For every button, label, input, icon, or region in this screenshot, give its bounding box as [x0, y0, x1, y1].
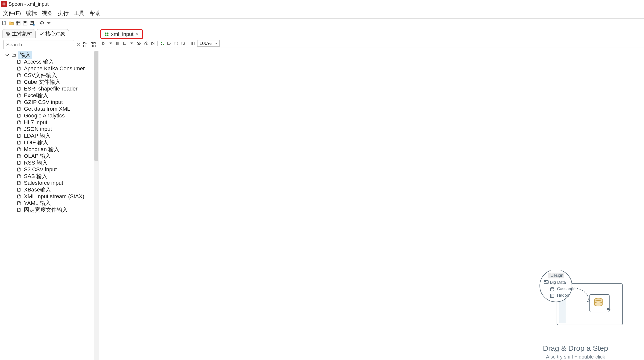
run-dropdown-icon[interactable] [108, 41, 114, 46]
show-results-icon[interactable] [190, 41, 196, 46]
svg-rect-42 [116, 42, 117, 45]
step-icon [17, 134, 22, 138]
tree-item[interactable]: Get data from XML [17, 105, 99, 112]
tree-item-label: SAS 输入 [24, 172, 47, 180]
scrollbar-thumb[interactable] [94, 51, 98, 161]
step-icon [17, 201, 22, 206]
zoom-value: 100% [200, 41, 212, 46]
svg-point-1 [4, 3, 6, 4]
folder-icon [12, 53, 16, 57]
pause-icon[interactable] [115, 41, 120, 46]
tree-item[interactable]: Mondrian 输入 [17, 146, 99, 152]
tree-item[interactable]: XML input stream (StAX) [17, 193, 99, 200]
step-icon [17, 87, 22, 91]
stop-dropdown-icon[interactable] [129, 41, 134, 46]
new-file-icon[interactable] [2, 21, 7, 26]
tree-item-label: ESRI shapefile reader [24, 86, 78, 92]
open-file-icon[interactable] [8, 21, 14, 26]
svg-rect-9 [31, 21, 33, 22]
menu-action[interactable]: 执行 [56, 9, 70, 18]
tree-item[interactable]: XBase输入 [17, 186, 99, 193]
dropdown-icon[interactable] [46, 21, 52, 26]
tree-item[interactable]: HL7 input [17, 119, 99, 126]
menu-view[interactable]: 视图 [40, 9, 54, 18]
hint-title: Drag & Drop a Step [517, 344, 634, 352]
step-icon [17, 80, 22, 84]
tree-item[interactable]: Salesforce input [17, 179, 99, 186]
svg-point-46 [138, 43, 139, 44]
collapse-icon[interactable] [5, 53, 10, 57]
preview-icon[interactable] [136, 41, 142, 46]
tree-item[interactable]: Access 输入 [17, 58, 99, 65]
drop-hint: Design Big Data Cassandr H Hadoo Drag & … [517, 270, 634, 360]
close-tab-icon[interactable]: ✕ [136, 32, 139, 37]
step-icon [17, 60, 22, 64]
svg-point-2 [3, 5, 4, 6]
menu-file[interactable]: 文件(F) [2, 9, 22, 18]
tree-item[interactable]: ESRI shapefile reader [17, 85, 99, 92]
tree-item[interactable]: Cube 文件输入 [17, 79, 99, 85]
tab-core-objects[interactable]: 核心对象 [36, 29, 69, 38]
save-as-icon[interactable] [30, 21, 35, 26]
step-icon [17, 174, 22, 178]
tree-item[interactable]: LDIF 输入 [17, 139, 99, 146]
collapse-all-icon[interactable] [90, 42, 96, 47]
tree-item[interactable]: LDAP 输入 [17, 132, 99, 139]
replay-icon[interactable] [150, 41, 156, 46]
step-icon [17, 100, 22, 104]
search-input[interactable] [4, 40, 74, 49]
step-icon [17, 107, 22, 111]
tree-item[interactable]: Excel输入 [17, 92, 99, 99]
titlebar: Spoon - xml_input [0, 0, 644, 8]
tree-item[interactable]: Apache Kafka Consumer [17, 65, 99, 72]
tree-item[interactable]: GZIP CSV input [17, 99, 99, 105]
tree-item-label: Salesforce input [24, 180, 63, 186]
tab-label: 主对象树 [12, 30, 32, 37]
tree-item[interactable]: RSS 输入 [17, 159, 99, 166]
debug-icon[interactable] [143, 41, 148, 46]
tree-folder-input[interactable]: 输入 [4, 52, 99, 58]
app-logo-icon [1, 1, 7, 7]
tree-item-label: RSS 输入 [24, 159, 48, 166]
tree-item[interactable]: OLAP 输入 [17, 152, 99, 159]
svg-rect-43 [118, 42, 119, 45]
explore-icon[interactable] [16, 21, 21, 26]
sql-icon[interactable] [174, 41, 179, 46]
tree-item-label: GZIP CSV input [24, 99, 63, 105]
menu-help[interactable]: 帮助 [88, 9, 102, 18]
explore-db-icon[interactable] [180, 41, 186, 46]
editor-tab-xml-input[interactable]: xml_input ✕ [100, 29, 143, 39]
step-icon [17, 167, 22, 172]
tree-item[interactable]: YAML 输入 [17, 200, 99, 207]
editor-tabstrip: xml_input ✕ [99, 28, 644, 39]
menu-edit[interactable]: 编辑 [24, 9, 38, 18]
tree-item[interactable]: Google Analytics [17, 112, 99, 119]
zoom-select[interactable]: 100% [197, 40, 220, 47]
editor-canvas[interactable]: Design Big Data Cassandr H Hadoo Drag & … [99, 48, 644, 360]
impact-icon[interactable] [166, 41, 172, 46]
svg-rect-16 [94, 42, 96, 44]
perspective-icon[interactable] [39, 21, 44, 26]
tree-item[interactable]: CSV文件输入 [17, 72, 99, 79]
menu-tools[interactable]: 工具 [72, 9, 86, 18]
tree-item[interactable]: SAS 输入 [17, 173, 99, 179]
tree-item-label: Google Analytics [24, 112, 65, 119]
run-icon[interactable] [101, 41, 106, 46]
save-icon[interactable] [22, 21, 28, 26]
tree-item[interactable]: 固定宽度文件输入 [17, 207, 99, 213]
tree-item[interactable]: JSON input [17, 126, 99, 132]
stop-icon[interactable] [122, 41, 128, 46]
tree-item[interactable]: S3 CSV input [17, 166, 99, 173]
svg-rect-7 [24, 21, 26, 23]
tree-item-label: Apache Kafka Consumer [24, 65, 85, 72]
expand-all-icon[interactable] [83, 42, 88, 47]
tab-main-objects[interactable]: 主对象树 [2, 29, 36, 38]
hint-lens-item1: Cassandr [557, 286, 575, 291]
editor-tab-label: xml_input [111, 31, 134, 37]
verify-icon[interactable] [160, 41, 165, 46]
clear-search-icon[interactable]: ✕ [76, 41, 81, 48]
transformation-icon [104, 32, 109, 36]
tree-scrollbar[interactable] [94, 51, 99, 360]
toolbar-separator [188, 41, 188, 46]
svg-rect-12 [8, 34, 9, 36]
